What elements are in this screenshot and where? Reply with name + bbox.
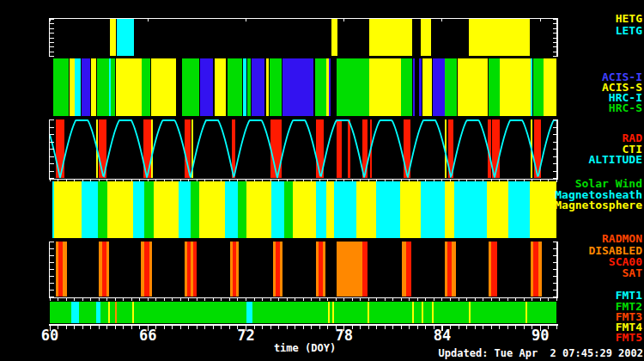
x-axis-tick-label: 72 (228, 328, 263, 343)
band-bottom-axis-tick (548, 298, 549, 301)
band-bottom-axis-tick (204, 298, 205, 301)
solar-wind-region-segment (284, 181, 293, 238)
x-axis-minor-tick (368, 326, 369, 329)
telemetry-format-marker-line (332, 302, 334, 323)
band-frame-tick (49, 283, 54, 284)
x-axis-minor-tick (303, 326, 304, 329)
band-bottom-axis-tick (459, 298, 459, 301)
x-axis-minor-tick (295, 326, 295, 329)
solar-wind-region-segment (400, 181, 421, 238)
band-frame-tick (49, 276, 54, 277)
band-bottom-axis-tick (515, 298, 516, 301)
legend-letg: LETG (616, 25, 642, 36)
band-bottom-axis-tick (270, 298, 271, 301)
band-frame-tick (553, 156, 558, 157)
band-frame-tick (553, 46, 558, 47)
band-rad-cti-altitude (50, 119, 556, 178)
band-frame-tick (49, 56, 54, 57)
instruments-segment (433, 58, 445, 116)
telemetry-format-segment (71, 302, 79, 323)
band-bottom-axis-tick (66, 298, 67, 301)
gratings-segment (369, 19, 412, 56)
x-axis-minor-tick (319, 326, 320, 329)
band-bottom-axis-tick (327, 298, 328, 301)
band-bottom-axis-tick (172, 298, 173, 301)
solar-wind-region-segment (445, 181, 454, 238)
instruments-segment (75, 58, 81, 116)
x-axis-minor-tick (515, 326, 516, 329)
band-frame-tick (553, 38, 558, 39)
updated-timestamp: Updated: Tue Apr 2 07:45:29 2002 (439, 347, 643, 359)
instruments-segment (413, 58, 415, 116)
solar-wind-region-segment (316, 181, 326, 238)
solar-wind-region-segment (98, 181, 107, 238)
band-radmon (50, 242, 556, 297)
band-frame-tick (49, 23, 54, 24)
band-frame-tick (49, 262, 54, 263)
instruments-segment (82, 58, 90, 116)
solar-wind-region-segment (246, 181, 271, 238)
band-frame-tick (553, 163, 558, 164)
solar-wind-region-segment (199, 181, 225, 238)
legend-hrc-s: HRC-S (609, 102, 642, 113)
instruments-segment (422, 58, 432, 116)
band-bottom-axis-tick (164, 298, 165, 301)
band-frame-tick (553, 19, 558, 20)
band-bottom-axis-tick (319, 298, 320, 301)
band-frame-tick (49, 248, 54, 249)
x-axis-tick-label: 78 (327, 328, 361, 343)
x-axis-minor-tick (221, 326, 222, 329)
x-axis-minor-tick (409, 326, 410, 329)
band-bottom-axis-tick (213, 298, 214, 301)
telemetry-format-segment (96, 302, 100, 323)
solar-wind-region-segment (54, 181, 82, 238)
legend-hetg: HETG (616, 13, 642, 24)
legend-radmon: RADMON (602, 233, 642, 244)
band-frame-tick (49, 142, 54, 143)
band-bottom-axis-tick (148, 298, 149, 301)
band-bottom-axis-tick (74, 298, 75, 301)
x-axis-tick-label: 84 (425, 328, 459, 343)
band-top-border (49, 18, 558, 20)
band-bottom-axis-tick (221, 298, 222, 301)
band-frame-tick (553, 290, 558, 291)
altitude-curve (50, 119, 556, 178)
x-axis-minor-tick (483, 326, 483, 329)
x-axis-minor-tick (188, 326, 189, 329)
instruments-segment (531, 58, 532, 116)
solar-wind-region-segment (225, 181, 238, 238)
radmon-segment (362, 242, 368, 297)
x-axis-minor-tick (491, 326, 492, 329)
instruments-segment (266, 58, 269, 116)
band-bottom-axis-tick (360, 298, 361, 301)
x-axis-minor-tick (123, 326, 124, 329)
band-bottom-axis-tick (311, 298, 312, 301)
band-frame-tick (553, 269, 558, 270)
solar-wind-region-segment (326, 181, 334, 238)
band-bottom-axis-tick (532, 298, 532, 301)
x-axis-minor-tick (507, 326, 508, 329)
band-frame-tick (49, 171, 54, 172)
telemetry-format-marker-line (432, 302, 434, 323)
band-top-tick (540, 19, 541, 21)
band-frame-tick (553, 255, 558, 256)
band-frame-tick (553, 142, 558, 143)
band-frame-tick (553, 134, 558, 135)
band-frame-tick (49, 42, 54, 43)
x-axis-tick-label: 66 (131, 328, 165, 343)
instruments-segment (500, 58, 531, 116)
band-bottom-axis-tick (90, 298, 91, 301)
instruments-segment (533, 58, 544, 116)
band-bottom-axis-tick (115, 298, 116, 301)
telemetry-format-marker-line (526, 302, 527, 323)
band-frame-tick (553, 23, 558, 24)
instruments-segment (337, 58, 369, 116)
chandra-snapshot-timeline: time (DOY) Updated: Tue Apr 2 07:45:29 2… (0, 0, 644, 361)
band-bottom-axis-tick (491, 298, 492, 301)
band-bottom-axis-tick (392, 298, 393, 301)
x-axis-minor-tick (172, 326, 173, 329)
x-axis-minor-tick (82, 326, 83, 329)
band-bottom-axis-tick (540, 298, 541, 301)
instruments-segment (489, 58, 500, 116)
gratings-segment (117, 19, 134, 56)
